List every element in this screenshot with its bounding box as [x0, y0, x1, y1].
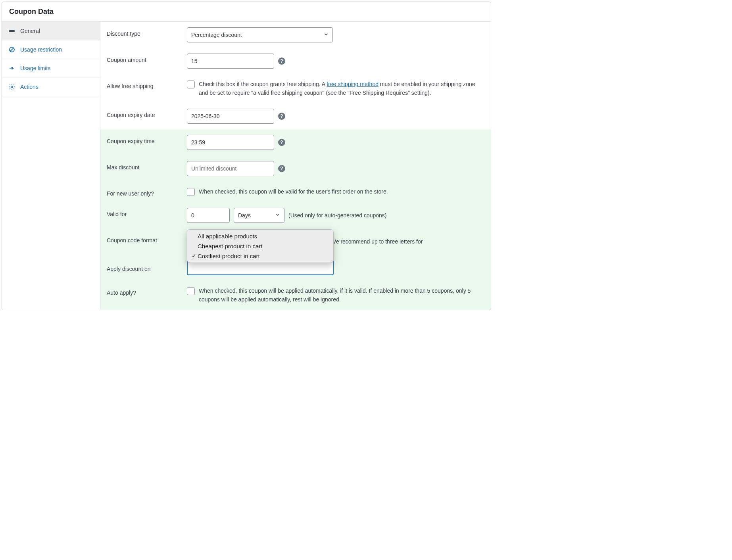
label-discount-type: Discount type: [107, 27, 187, 37]
svg-line-1: [10, 48, 14, 52]
sidebar-item-actions[interactable]: Actions: [2, 78, 100, 96]
discount-type-select[interactable]: [187, 27, 333, 42]
valid-for-number-input[interactable]: [187, 208, 230, 223]
ticket-icon: [8, 27, 16, 35]
sidebar-item-label: Actions: [20, 84, 38, 90]
sidebar-item-general[interactable]: General: [2, 22, 100, 40]
label-free-shipping: Allow free shipping: [107, 80, 187, 89]
valid-for-unit-wrap: [234, 208, 284, 223]
main-content: Discount type Coupon amount: [100, 22, 491, 310]
free-shipping-checkbox[interactable]: [187, 81, 195, 88]
help-icon[interactable]: ?: [278, 165, 285, 172]
sidebar-item-label: General: [20, 28, 40, 34]
row-auto-apply: Auto apply? When checked, this coupon wi…: [107, 281, 484, 310]
sidebar-item-usage-restriction[interactable]: Usage restriction: [2, 40, 100, 59]
panel-body: General Usage restriction Usage limits A…: [2, 22, 491, 310]
row-free-shipping: Allow free shipping Check this box if th…: [107, 74, 484, 103]
apply-on-dropdown: All applicable products Cheapest product…: [187, 229, 334, 263]
sidebar: General Usage restriction Usage limits A…: [2, 22, 100, 310]
apply-on-option-cheapest[interactable]: Cheapest product in cart: [187, 241, 333, 251]
apply-on-option-costliest[interactable]: ✓ Costliest product in cart: [187, 251, 333, 261]
row-discount-type: Discount type: [107, 22, 484, 48]
code-format-hint: (We recommend up to three letters for: [329, 238, 423, 245]
row-apply-on: Apply discount on All applicable product…: [107, 255, 484, 281]
label-apply-on: Apply discount on: [107, 260, 187, 272]
ban-icon: [8, 45, 16, 54]
coupon-amount-input[interactable]: [187, 54, 274, 69]
apply-on-holder: All applicable products Cheapest product…: [187, 260, 334, 275]
row-valid-for: Valid for (Used only for auto-generated …: [107, 202, 484, 228]
label-auto-apply: Auto apply?: [107, 286, 187, 296]
new-user-desc: When checked, this coupon will be valid …: [199, 187, 388, 196]
row-expiry-date: Coupon expiry date ?: [107, 103, 484, 129]
help-icon[interactable]: ?: [278, 139, 285, 146]
free-shipping-method-link[interactable]: free shipping method: [327, 81, 378, 87]
row-coupon-amount: Coupon amount ?: [107, 48, 484, 74]
dropdown-item-label: Cheapest product in cart: [198, 243, 262, 249]
row-max-discount: Max discount ?: [107, 155, 484, 182]
discount-type-select-wrap: [187, 27, 333, 42]
row-expiry-time: Coupon expiry time ?: [107, 129, 484, 155]
gear-icon: [8, 82, 16, 91]
label-valid-for: Valid for: [107, 208, 187, 217]
svg-point-6: [11, 86, 13, 88]
max-discount-input[interactable]: [187, 161, 274, 176]
label-coupon-amount: Coupon amount: [107, 54, 187, 63]
limits-icon: [8, 64, 16, 73]
panel-title: Coupon Data: [9, 8, 484, 16]
free-shipping-desc-pre: Check this box if the coupon grants free…: [199, 81, 327, 87]
section-general-top: Discount type Coupon amount: [100, 22, 491, 129]
dropdown-item-label: Costliest product in cart: [198, 253, 260, 259]
row-new-user: For new user only? When checked, this co…: [107, 182, 484, 202]
new-user-checkbox[interactable]: [187, 188, 195, 196]
label-code-format: Coupon code format: [107, 234, 187, 244]
label-new-user: For new user only?: [107, 187, 187, 197]
help-icon[interactable]: ?: [278, 113, 285, 120]
help-icon[interactable]: ?: [278, 58, 285, 65]
valid-for-unit-select[interactable]: [234, 208, 284, 223]
valid-for-hint: (Used only for auto-generated coupons): [288, 212, 386, 219]
auto-apply-checkbox[interactable]: [187, 287, 195, 295]
free-shipping-desc: Check this box if the coupon grants free…: [199, 80, 484, 98]
expiry-date-input[interactable]: [187, 109, 274, 124]
coupon-data-panel: Coupon Data General Usage restriction Us…: [2, 2, 491, 310]
sidebar-item-label: Usage restriction: [20, 46, 62, 53]
dropdown-item-label: All applicable products: [198, 233, 257, 240]
sidebar-item-label: Usage limits: [20, 65, 50, 71]
apply-on-option-all[interactable]: All applicable products: [187, 231, 333, 241]
check-icon: ✓: [190, 253, 198, 259]
section-extended: Coupon expiry time ? Max discount ? For …: [100, 129, 491, 310]
sidebar-item-usage-limits[interactable]: Usage limits: [2, 59, 100, 78]
auto-apply-desc: When checked, this coupon will be applie…: [199, 286, 484, 304]
panel-header: Coupon Data: [2, 2, 491, 22]
expiry-time-input[interactable]: [187, 135, 274, 150]
label-expiry-time: Coupon expiry time: [107, 135, 187, 144]
label-expiry-date: Coupon expiry date: [107, 109, 187, 118]
label-max-discount: Max discount: [107, 161, 187, 171]
